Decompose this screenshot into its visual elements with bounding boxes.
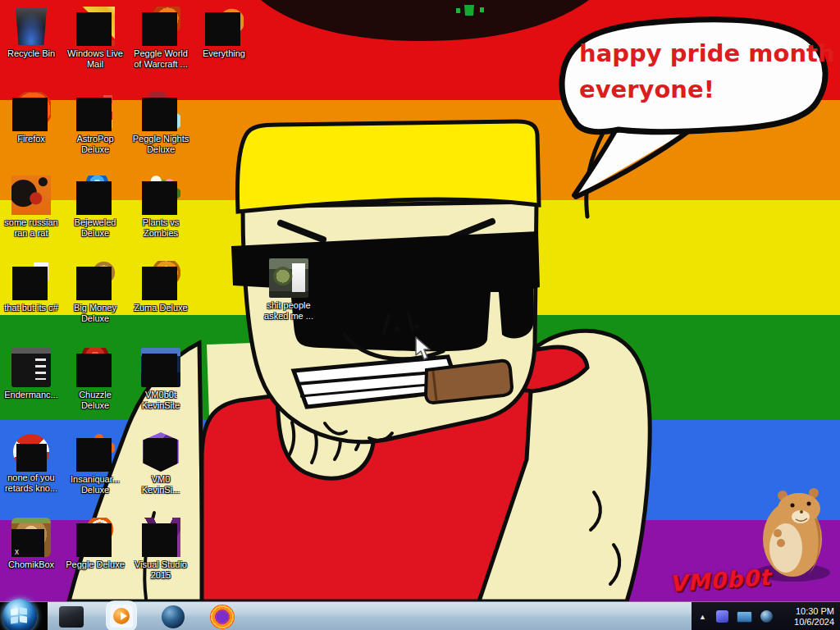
taskbar-clock[interactable]: 10:30 PM 10/6/2024 [794, 606, 840, 628]
everything-icon [204, 7, 244, 46]
zuma-icon [141, 261, 180, 300]
censor-square [142, 523, 177, 557]
desktop-icon-label: Big MoneyDeluxe [60, 303, 130, 324]
desktop-icon-peggle-nights[interactable]: Peggle NightsDeluxe [126, 92, 196, 155]
cigar [426, 361, 512, 403]
desktop-icon-label: AstroPopDeluxe [60, 134, 130, 155]
desktop-icon-label: ChuzzleDeluxe [60, 390, 130, 411]
desktop-icon-visual-studio[interactable]: Visual Studio2015 [126, 518, 196, 581]
censor-square [76, 267, 112, 300]
desktop-icon-recycle-bin[interactable]: Recycle Bin [0, 7, 66, 59]
none-of-you-icon [13, 434, 49, 470]
speech-bubble-text-line2: everyone! [579, 75, 714, 103]
show-hidden-icons-arrow[interactable]: ▲ [699, 613, 706, 621]
pvz-icon [141, 176, 180, 215]
firefox-app-icon[interactable] [210, 605, 235, 629]
windows-live-mail-icon [75, 7, 115, 46]
mouse-cursor [414, 336, 436, 361]
tray-network-sphere-icon[interactable] [760, 610, 773, 623]
censor-square [142, 438, 177, 472]
desktop-icon-that-cs[interactable]: that but its c# [0, 261, 66, 313]
endermanc-icon [11, 348, 51, 387]
windows-flag-icon [11, 608, 18, 615]
desktop-icon-label: none of youretards kno... [0, 472, 66, 494]
desktop-icon-label: ChomikBox [0, 559, 66, 570]
desktop-icon-endermanc[interactable]: Endermanc... [0, 348, 66, 400]
desktop-icon-label: BejeweledDeluxe [60, 217, 130, 239]
astropop-icon [75, 92, 115, 131]
censor-square [12, 98, 48, 131]
dark-box-app-icon[interactable] [59, 606, 84, 628]
censor-square [142, 98, 177, 131]
censor-square [76, 523, 112, 557]
desktop-icon-firefox[interactable]: Firefox [0, 92, 66, 144]
censor-square: x [11, 529, 44, 557]
desktop-icon-everything[interactable]: Everything [189, 7, 259, 59]
big-money-icon [75, 261, 115, 300]
desktop-icon-none-of-you[interactable]: none of youretards kno... [0, 432, 66, 494]
desktop-icon-peggle-wow[interactable]: Peggle Worldof Warcraft ... [126, 7, 196, 70]
recycle-bin-icon [11, 7, 51, 46]
desktop-icon-label: Peggle Deluxe [60, 559, 130, 570]
desktop-icon-label: Visual Studio2015 [126, 559, 196, 581]
system-tray: ▲ 10:30 PM 10/6/2024 [692, 602, 840, 630]
desktop-icon-chomikbox[interactable]: xChomikBox [0, 518, 66, 570]
censor-square [76, 354, 112, 387]
desktop-icon-label: Windows LiveMail [60, 48, 130, 70]
desktop-icon-pvz[interactable]: Plants vsZombies [126, 176, 196, 239]
desktop-icon-label: Zuma Deluxe [126, 303, 196, 313]
dark-arc [261, 0, 589, 41]
desktop-icon-vm0b0t-kevinsite[interactable]: VM0b0tKevinSite [126, 348, 196, 411]
shit-people-icon [269, 258, 308, 298]
desktop-icon-label: shit peopleasked me ... [253, 300, 324, 322]
desktop-icon-label: VM0KevinSi... [126, 474, 196, 495]
desktop-icon-peggle-dx[interactable]: Peggle Deluxe [60, 518, 130, 570]
desktop-icon-vm0-kevinsi[interactable]: VM0KevinSi... [126, 432, 196, 495]
censor-square [76, 12, 112, 46]
desktop-icon-label: Peggle NightsDeluxe [126, 134, 196, 155]
censor-square [76, 98, 112, 131]
bejeweled-icon [75, 176, 115, 215]
censor-square [76, 438, 112, 472]
desktop-icon-shit-people[interactable]: shit peopleasked me ... [253, 258, 324, 322]
start-button[interactable] [2, 599, 37, 630]
desktop-icon-label: Everything [189, 48, 259, 59]
censor-square [205, 12, 240, 46]
censor-square [16, 444, 47, 472]
censor-square [142, 12, 177, 46]
chomikbox-icon: x [11, 518, 51, 557]
chuzzle-icon [75, 348, 115, 387]
peggle-wow-icon [141, 7, 180, 46]
desktop-icon-windows-live-mail[interactable]: Windows LiveMail [60, 7, 130, 70]
clock-time: 10:30 PM [794, 606, 834, 617]
censor-square [12, 267, 48, 300]
desktop-icon-chuzzle[interactable]: ChuzzleDeluxe [60, 348, 130, 411]
desktop-icon-label: Plants vsZombies [126, 217, 196, 239]
peggle-nights-icon [141, 92, 180, 131]
desktop-icon-zuma[interactable]: Zuma Deluxe [126, 261, 196, 313]
censor-square [142, 267, 177, 300]
vm0-kevinsi-icon [141, 432, 180, 472]
desktop-icon-bejeweled[interactable]: BejeweledDeluxe [60, 176, 130, 239]
desktop-icon-astropop[interactable]: AstroPopDeluxe [60, 92, 130, 155]
desktop-icon-label: Firefox [0, 134, 66, 144]
desktop-icon-label: that but its c# [0, 303, 66, 313]
tray-app-purple-icon[interactable] [716, 610, 728, 623]
taskbar: ▲ 10:30 PM 10/6/2024 [0, 601, 840, 630]
clock-date: 10/6/2024 [794, 617, 834, 628]
visual-studio-icon [141, 518, 180, 557]
desktop-icon-label: Peggle Worldof Warcraft ... [126, 48, 196, 70]
tray-display-icon[interactable] [737, 611, 752, 623]
desktop-icon-big-money[interactable]: Big MoneyDeluxe [60, 261, 130, 324]
that-cs-icon [11, 261, 51, 300]
desktop-icon-label: VM0b0tKevinSite [126, 390, 196, 411]
media-player-app-icon[interactable] [110, 605, 133, 628]
blue-sphere-app-icon[interactable] [162, 605, 185, 628]
desktop-icon-label: some russianran a rat [0, 217, 66, 239]
censor-square [142, 181, 177, 215]
desktop-icon-some-russian[interactable]: some russianran a rat [0, 176, 66, 239]
censor-square [76, 181, 112, 215]
desktop-icon-label: Endermanc... [0, 390, 66, 400]
desktop-icon-insaniquarium[interactable]: Insaniquar...Deluxe [60, 432, 130, 495]
firefox-icon [11, 92, 51, 131]
